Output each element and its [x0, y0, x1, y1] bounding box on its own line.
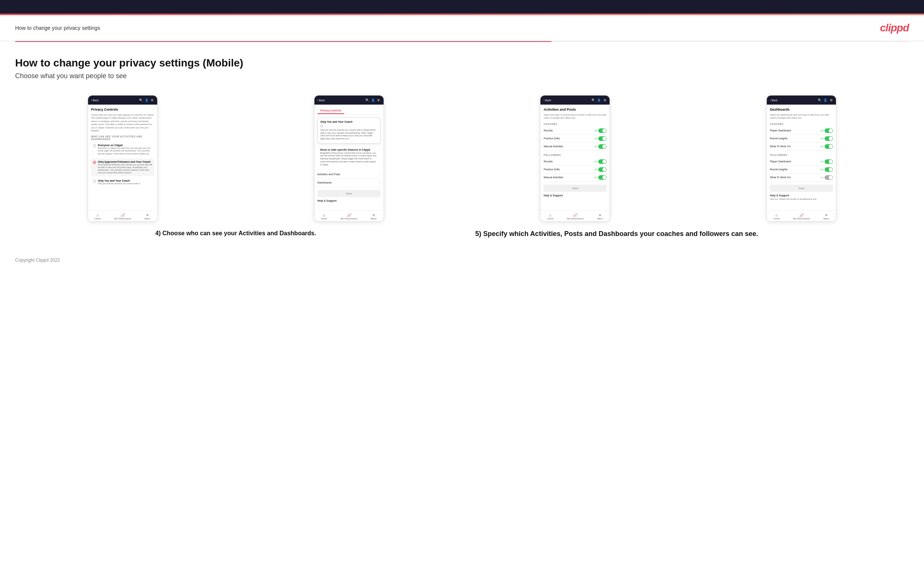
option-activities-posts[interactable]: Activities and Posts › — [317, 170, 381, 179]
phone-1-bottom-nav: ⌂ Home 📈 My Performance ≡ Menu — [88, 210, 157, 221]
nav-home-4[interactable]: ⌂ Home — [774, 213, 780, 220]
tooltip-desc: Only you and the coaches you connect wit… — [320, 129, 378, 140]
coaches-title-4: COACHES — [770, 123, 833, 126]
person-icon[interactable]: 👤 — [145, 98, 149, 102]
performance-label-1: My Performance — [115, 218, 131, 220]
nav-menu-2[interactable]: ≡ Menu — [371, 213, 377, 220]
round-insights-coaches-label: Round Insights — [770, 137, 788, 140]
captions-row: 4) Choose who can see your Activities an… — [15, 229, 909, 239]
main-content: How to change your privacy settings (Mob… — [0, 42, 924, 246]
toggle-rounds-coaches-switch[interactable] — [598, 128, 607, 133]
nav-menu-3[interactable]: ≡ Menu — [597, 213, 603, 220]
home-icon-4: ⌂ — [775, 213, 778, 217]
on-label-what-work-coaches: ON — [821, 145, 824, 148]
help-support-4: Help & Support — [770, 192, 833, 198]
toggle-what-work-coaches-switch[interactable] — [825, 144, 833, 149]
radio-label-approved: Only Approved Followers and Your Coach — [98, 161, 152, 163]
logo: clippd — [880, 22, 909, 34]
on-label-practice-coaches: ON — [594, 137, 597, 140]
person-icon-4[interactable]: 👤 — [824, 98, 827, 102]
toggle-manual-coaches: Manual Activities ON — [543, 143, 607, 151]
nav-menu-4[interactable]: ≡ Menu — [824, 213, 829, 220]
nav-home-3[interactable]: ⌂ Home — [547, 213, 553, 220]
settings-icon-2[interactable]: ⚙ — [377, 98, 381, 102]
nav-home-2[interactable]: ⌂ Home — [321, 213, 327, 220]
search-icon-4[interactable]: 🔍 — [818, 98, 822, 102]
nav-home-1[interactable]: ⌂ Home — [95, 213, 101, 220]
nav-menu-1[interactable]: ≡ Menu — [145, 213, 150, 220]
radio-content-approved: Only Approved Followers and Your Coach O… — [98, 161, 152, 174]
search-icon[interactable]: 🔍 — [139, 98, 143, 102]
toggle-practice-followers-switch[interactable] — [598, 167, 607, 172]
practice-coaches-label: Practice Drills — [543, 137, 560, 140]
phone-1-back[interactable]: ‹ Back — [91, 99, 99, 102]
phone-4-back[interactable]: ‹ Back — [770, 99, 777, 102]
toggle-round-insights-coaches-switch[interactable] — [825, 136, 833, 141]
option-dashboards[interactable]: Dashboards › — [317, 179, 381, 187]
radio-circle-you-coach — [93, 180, 96, 183]
toggle-round-insights-followers-switch[interactable] — [825, 167, 833, 172]
home-label-3: Home — [547, 218, 553, 220]
toggle-player-dash-coaches-wrapper: ON — [821, 128, 833, 133]
radio-you-coach[interactable]: Only You and Your Coach Only you and the… — [91, 177, 154, 187]
radio-circle-approved — [93, 161, 96, 164]
toggle-what-work-followers-switch[interactable] — [825, 175, 833, 180]
nav-performance-4[interactable]: 📈 My Performance — [793, 213, 810, 220]
toggle-rounds-coaches: Rounds ON — [543, 127, 607, 135]
settings-icon-4[interactable]: ⚙ — [829, 98, 833, 102]
save-button-4[interactable]: Save — [770, 185, 833, 192]
phone-3-bottom-nav: ⌂ Home 📈 My Performance ≡ Menu — [540, 210, 610, 221]
toggle-practice-coaches-switch[interactable] — [598, 136, 607, 141]
dashboards-label: Dashboards — [317, 181, 332, 184]
tab-privacy-controls[interactable]: Privacy Controls — [317, 108, 345, 114]
rounds-coaches-label: Rounds — [543, 129, 552, 132]
toggle-player-dash-followers-switch[interactable] — [825, 160, 833, 164]
radio-desc-approved: Only approved followers and coaches you … — [98, 163, 152, 174]
phone-1-subsection-title: Who Can See Your Activities and Dashboar… — [91, 135, 154, 140]
phone-3-section-title: Activities and Posts — [543, 108, 607, 111]
phone-2-nav-icons: 🔍 👤 ⚙ — [365, 98, 381, 102]
caption-right: 5) Specify which Activities, Posts and D… — [468, 229, 909, 239]
phone-mockup-2: ‹ Back 🔍 👤 ⚙ Privacy Controls — [314, 95, 384, 222]
toggle-manual-followers-switch[interactable] — [598, 175, 607, 180]
toggle-practice-coaches: Practice Drills ON — [543, 135, 607, 143]
toggle-rounds-coaches-wrapper: ON — [594, 128, 607, 133]
phone-1-nav-icons: 🔍 👤 ⚙ — [139, 98, 154, 102]
back-chevron-icon-2: ‹ — [317, 99, 318, 102]
toggle-round-insights-followers: Round Insights ON — [770, 166, 833, 174]
radio-everyone[interactable]: Everyone on Clippd Everyone on Clippd ca… — [91, 142, 154, 157]
toggle-player-dash-coaches: Player Dashboard ON — [770, 127, 833, 135]
help-support-3: Help & Support — [543, 192, 607, 198]
phone-group-1: ‹ Back 🔍 👤 ⚙ Privacy Controls Control ho… — [15, 95, 230, 222]
tooltip-radio — [320, 124, 378, 127]
phone-2-back[interactable]: ‹ Back — [317, 99, 325, 102]
phone-1-nav: ‹ Back 🔍 👤 ⚙ — [88, 95, 157, 105]
nav-performance-2[interactable]: 📈 My Performance — [341, 213, 357, 220]
phone-3-back[interactable]: ‹ Back — [543, 99, 551, 102]
search-icon-2[interactable]: 🔍 — [365, 98, 369, 102]
on-label-practice-followers: ON — [594, 168, 597, 171]
phone-2-bottom-nav: ⌂ Home 📈 My Performance ≡ Menu — [314, 210, 384, 221]
on-label-manual-followers: ON — [594, 176, 597, 179]
settings-icon[interactable]: ⚙ — [150, 98, 154, 102]
person-icon-2[interactable]: 👤 — [371, 98, 375, 102]
search-icon-3[interactable]: 🔍 — [591, 98, 595, 102]
save-button-2[interactable]: Save — [317, 190, 381, 197]
header: How to change your privacy settings clip… — [0, 15, 924, 41]
home-icon-1: ⌂ — [97, 213, 99, 217]
toggle-what-work-coaches-wrapper: ON — [821, 144, 833, 149]
toggle-manual-coaches-switch[interactable] — [598, 144, 607, 149]
back-label-3: Back — [545, 99, 551, 102]
nav-performance-1[interactable]: 📈 My Performance — [115, 213, 131, 220]
toggle-player-dash-coaches-switch[interactable] — [825, 128, 833, 133]
coaches-title-3: COACHES — [543, 123, 607, 126]
save-button-3[interactable]: Save — [543, 185, 607, 192]
person-icon-3[interactable]: 👤 — [597, 98, 601, 102]
on-label-round-insights-followers: ON — [821, 168, 824, 171]
chevron-icon-dashboards: › — [380, 181, 381, 184]
nav-performance-3[interactable]: 📈 My Performance — [567, 213, 583, 220]
settings-icon-3[interactable]: ⚙ — [603, 98, 607, 102]
radio-approved[interactable]: Only Approved Followers and Your Coach O… — [91, 159, 154, 176]
toggle-rounds-followers-switch[interactable] — [598, 160, 607, 164]
activities-posts-label: Activities and Posts — [317, 173, 341, 176]
